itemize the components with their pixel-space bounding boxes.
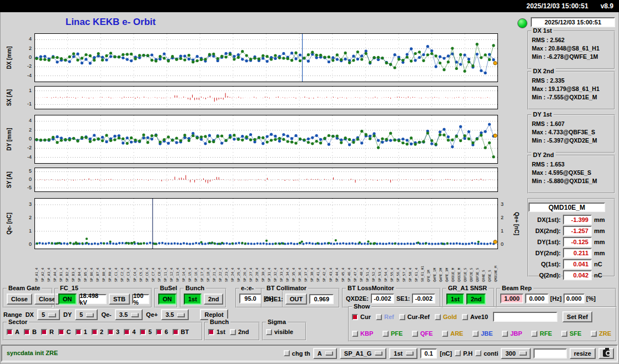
- sector-checkbox-r[interactable]: R: [41, 328, 54, 335]
- sector-checkbox-1[interactable]: 1: [76, 328, 87, 335]
- stat-min: Min : -5.397@QXD2E_M: [529, 136, 614, 145]
- checkbox-label: 1: [84, 328, 87, 335]
- show-checkbox-sfe[interactable]: SFE: [561, 330, 581, 337]
- stat-title: DX 2nd: [531, 68, 556, 74]
- show-checkbox-rfe[interactable]: RFE: [531, 330, 552, 337]
- y-tick-label: -1: [0, 101, 32, 107]
- che1-out-button[interactable]: OUT: [285, 294, 307, 305]
- show-checkbox-pfe[interactable]: PFE: [383, 330, 402, 337]
- option-menu-glyph: [86, 313, 93, 317]
- sector-checkbox-b[interactable]: B: [24, 328, 37, 335]
- checkbox-indicator: [591, 331, 597, 337]
- x-tick-label: SP_23_4: [224, 250, 228, 282]
- sector-checkbox-6[interactable]: 6: [156, 328, 168, 335]
- resize-button[interactable]: resize: [570, 348, 596, 359]
- points-select-value: 300: [505, 350, 515, 357]
- bunch-select[interactable]: 1st: [389, 348, 417, 359]
- show-row2-checkboxes: KBPPFEQFEAREJBEJBPRFESFEZRE: [352, 330, 611, 337]
- bunch-checkbox-2nd[interactable]: 2nd: [230, 328, 249, 335]
- sector-checkbox-5[interactable]: 5: [140, 328, 152, 335]
- range-toolbar: Range DX 5 DY 5 Qe- 3.5 Qe+ 3.5 Replot: [3, 309, 228, 320]
- y-tick-label: 0: [0, 176, 32, 182]
- busel-on-button[interactable]: ON: [158, 294, 177, 305]
- monitor-row-unit: mm: [594, 250, 605, 256]
- checkbox-label: Gold: [443, 314, 457, 320]
- group-label: BT LossMonitor: [346, 285, 396, 291]
- stat-title: DX 1st: [531, 27, 553, 34]
- checkbox-indicator: [383, 331, 389, 337]
- set-ref-button[interactable]: Set Ref: [562, 311, 592, 322]
- points-select[interactable]: 300: [501, 348, 530, 359]
- show-checkbox-zre[interactable]: ZRE: [591, 330, 611, 337]
- x-tick-label: SP_52_4: [371, 250, 375, 282]
- x-tick-label: SP_51_4: [365, 250, 369, 282]
- se1-readout: -0.002: [412, 294, 435, 304]
- checkbox-label: Ave10: [470, 314, 488, 320]
- snapshot-button[interactable]: [598, 348, 614, 359]
- x-tick-label: SP_31_4: [267, 250, 271, 282]
- range-dx-select[interactable]: 5: [37, 309, 60, 320]
- show-checkbox-jbe[interactable]: JBE: [472, 330, 492, 337]
- monitor-row: DY(1st):-0.125mm: [529, 237, 614, 247]
- sector-select[interactable]: A: [313, 348, 337, 359]
- conti-checkbox[interactable]: conti: [475, 350, 498, 357]
- stat-min: Min : -5.880@QXD1E_M: [529, 177, 614, 185]
- checkbox-indicator: [376, 314, 382, 320]
- checkbox-indicator: [455, 350, 461, 356]
- show-checkbox-gold[interactable]: Gold: [435, 314, 457, 320]
- show-checkbox-are[interactable]: ARE: [442, 330, 463, 337]
- bunch-checkbox-1st[interactable]: 1st: [208, 328, 225, 335]
- y-tick-label: 3: [0, 201, 32, 207]
- snsr-1st-button[interactable]: 1st: [446, 294, 464, 305]
- range-qe-plus-select[interactable]: 3.5: [161, 309, 189, 320]
- show-checkbox-ref[interactable]: Ref: [376, 314, 394, 320]
- x-tick-label: SP_A1_4: [34, 250, 38, 282]
- sector-checkbox-c[interactable]: C: [58, 328, 71, 335]
- ph-checkbox[interactable]: P.H: [455, 350, 472, 357]
- show-checkbox-cur[interactable]: Cur: [352, 314, 371, 320]
- range-dy-select[interactable]: 5: [75, 309, 98, 320]
- ref-name-input[interactable]: [493, 312, 557, 322]
- beam-rep-group: Beam Rep 1.000 0.000 [Hz] 0.000 [%]: [496, 288, 616, 308]
- beam-gate-close-button-1[interactable]: Close: [7, 294, 32, 305]
- show-checkbox-jbp[interactable]: JBP: [502, 330, 522, 337]
- fc15-on-button[interactable]: ON: [58, 294, 77, 305]
- show-checkbox-cur-ref[interactable]: Cur-Ref: [399, 314, 430, 320]
- sector-checkbox-3[interactable]: 3: [108, 328, 119, 335]
- checkbox-indicator: [124, 329, 130, 335]
- bunch-2nd-button[interactable]: 2nd: [204, 294, 224, 305]
- fc15-group: FC_15 ON 18.498 kV STB 100 %: [54, 288, 152, 308]
- x-tick-label: SP_11_4: [163, 250, 167, 282]
- checkbox-indicator: [41, 329, 47, 335]
- monitor-select[interactable]: SP_A1_G: [340, 348, 387, 359]
- stat-max: Max : 20.848@S8_61_H1: [529, 44, 614, 53]
- option-menu-glyph: [406, 351, 413, 355]
- checkbox-indicator: [352, 314, 358, 320]
- status-message: syncdata init ZRE: [7, 350, 58, 356]
- chg-th-checkbox[interactable]: chg th: [284, 350, 310, 357]
- sector-group: Sector ABRC123456BT: [3, 322, 203, 341]
- chart-dx: DX [mm]420-2-4: [0, 33, 525, 82]
- checkbox-indicator: [108, 329, 114, 335]
- checkbox-label: P.H: [463, 350, 472, 357]
- sector-checkbox-bt[interactable]: BT: [173, 328, 189, 335]
- range-qe-minus-select[interactable]: 3.5: [115, 309, 143, 320]
- bunch-1st-button[interactable]: 1st: [184, 294, 202, 305]
- show-checkbox-ave10[interactable]: Ave10: [462, 314, 488, 320]
- x-tick-label: SP_21_4: [212, 250, 216, 282]
- x-tick-label: SP_C2_4: [120, 250, 124, 282]
- sector-checkbox-a[interactable]: A: [7, 328, 19, 335]
- ee-ratio-field[interactable]: 95.0: [239, 294, 261, 304]
- x-tick-label: SP_B6_4: [89, 250, 93, 282]
- sigma-checkbox-visible[interactable]: visible: [266, 328, 293, 335]
- sector-checkbox-2[interactable]: 2: [92, 328, 103, 335]
- threshold-field[interactable]: 0.1: [420, 348, 437, 358]
- fc15-stb-button[interactable]: STB: [109, 294, 130, 305]
- status-blank-input[interactable]: [534, 348, 567, 358]
- show-checkbox-qfe[interactable]: QFE: [412, 330, 433, 337]
- sector-checkbox-4[interactable]: 4: [124, 328, 135, 335]
- monitor-row: DY(2nd):0.211mm: [529, 248, 614, 258]
- snsr-2nd-button[interactable]: 2nd: [466, 294, 486, 305]
- x-tick-label: QWFE_3M: [445, 250, 449, 282]
- show-checkbox-kbp[interactable]: KBP: [352, 330, 373, 337]
